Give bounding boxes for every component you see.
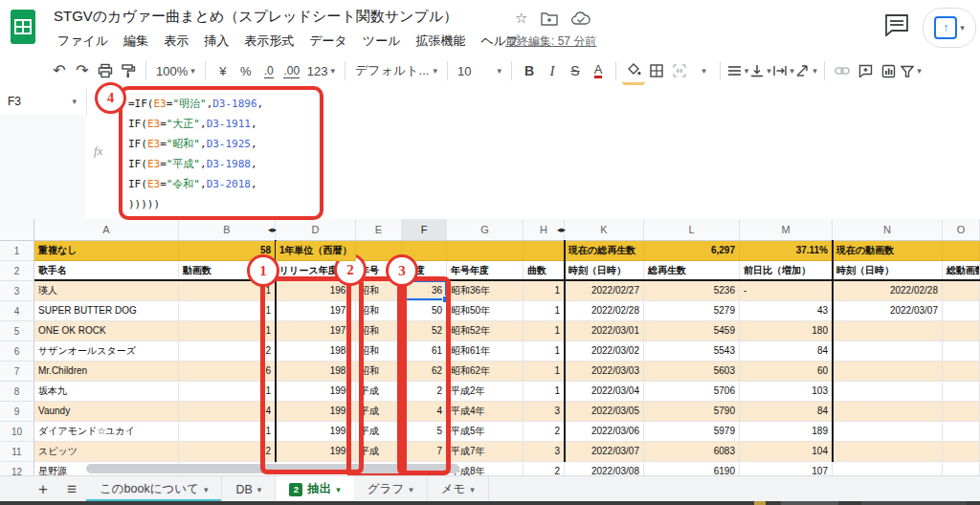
cell-G1[interactable] xyxy=(447,241,523,261)
row-header-11[interactable]: 11 xyxy=(0,442,34,462)
cell-E5[interactable]: 昭和 xyxy=(356,321,402,341)
cell-E1[interactable] xyxy=(356,241,402,261)
cell-L7[interactable]: 5603 xyxy=(644,362,740,382)
cell-F5[interactable]: 52 xyxy=(402,321,447,341)
cell-D3[interactable]: 1961 xyxy=(276,281,356,301)
row-header-3[interactable]: 3 xyxy=(0,281,34,301)
sheet-tab-DB[interactable]: DB▾ xyxy=(222,476,276,502)
cell-D7[interactable]: 1987 xyxy=(276,362,356,382)
horizontal-align-button[interactable]: ▾ xyxy=(726,58,749,83)
cell-A8[interactable]: 坂本九 xyxy=(34,382,179,402)
italic-button[interactable]: I xyxy=(541,58,564,83)
cell-L1[interactable]: 6,297 xyxy=(644,241,740,261)
cell-K9[interactable]: 2022/03/05 xyxy=(565,402,644,422)
row-header-10[interactable]: 10 xyxy=(0,422,34,442)
select-all-corner[interactable] xyxy=(0,219,34,240)
cell-D1[interactable]: 1年単位（西暦） xyxy=(276,241,356,261)
sheet-tab-caret-icon[interactable]: ▾ xyxy=(470,485,475,494)
more-formats-button[interactable]: 123▾ xyxy=(303,58,339,83)
cell-K6[interactable]: 2022/03/02 xyxy=(565,341,644,362)
sheet-tab-メモ[interactable]: メモ▾ xyxy=(428,476,489,502)
star-icon[interactable]: ☆ xyxy=(515,10,527,27)
cell-A5[interactable]: ONE OK ROCK xyxy=(34,321,179,341)
cell-N7[interactable] xyxy=(833,362,943,382)
cell-F4[interactable]: 50 xyxy=(402,301,447,321)
vertical-align-button[interactable]: ▾ xyxy=(749,58,772,83)
cell-B5[interactable]: 1 xyxy=(179,321,276,341)
cell-G8[interactable]: 平成2年 xyxy=(447,382,523,402)
cell-B2[interactable]: 動画数 xyxy=(179,261,276,281)
cell-H11[interactable]: 3 xyxy=(523,442,565,462)
cell-N3[interactable]: 2022/02/28 xyxy=(833,281,943,301)
cell-A7[interactable]: Mr.Children xyxy=(34,362,179,382)
cell-N5[interactable] xyxy=(833,321,943,341)
hidden-columns-indicator-ij[interactable]: ◂▸ xyxy=(557,219,566,240)
menu-item[interactable]: 編集 xyxy=(118,31,154,52)
cell-E7[interactable]: 昭和 xyxy=(356,362,402,382)
row-header-9[interactable]: 9 xyxy=(0,402,34,422)
cell-F9[interactable]: 4 xyxy=(402,402,447,422)
cell-G3[interactable]: 昭和36年 xyxy=(447,281,523,301)
row-header-1[interactable]: 1 xyxy=(0,241,34,261)
formula-input[interactable]: =IF(E3="明治",D3-1896,IF(E3="大正",D3-1911,I… xyxy=(128,94,263,214)
cell-M7[interactable]: 60 xyxy=(740,362,833,382)
cell-A1[interactable]: 重複なし xyxy=(34,241,179,261)
row-header-8[interactable]: 8 xyxy=(0,382,34,402)
cell-L3[interactable]: 5236 xyxy=(644,281,740,301)
menu-item[interactable]: 挿入 xyxy=(198,31,234,52)
name-box-caret-icon[interactable]: ▾ xyxy=(72,97,77,106)
cell-D2[interactable]: リリース年度 xyxy=(276,261,356,281)
cell-G4[interactable]: 昭和50年 xyxy=(447,301,523,321)
sheets-logo[interactable] xyxy=(10,9,36,45)
cell-M4[interactable]: 43 xyxy=(740,301,833,321)
cell-M8[interactable]: 103 xyxy=(740,382,833,402)
cell-G10[interactable]: 平成5年 xyxy=(447,422,523,442)
redo-button[interactable]: ↷ xyxy=(71,58,94,83)
font-select[interactable]: デフォルト...▾ xyxy=(351,58,441,83)
cell-L4[interactable]: 5279 xyxy=(644,301,740,321)
cell-B6[interactable]: 2 xyxy=(179,341,276,362)
sheet-tab-グラフ[interactable]: グラフ▾ xyxy=(354,476,428,502)
cell-H8[interactable]: 1 xyxy=(523,382,565,402)
horizontal-scrollbar[interactable] xyxy=(34,463,976,474)
create-filter-button[interactable]: ▾ xyxy=(900,58,923,83)
cell-F7[interactable]: 62 xyxy=(402,362,447,382)
column-header-f[interactable]: F xyxy=(402,219,447,240)
cell-B8[interactable]: 1 xyxy=(179,382,276,402)
cell-K3[interactable]: 2022/02/27 xyxy=(565,281,644,301)
format-percent-button[interactable]: % xyxy=(234,58,257,83)
cell-K1[interactable]: 現在の総再生数 xyxy=(565,241,644,261)
cell-E11[interactable]: 平成 xyxy=(356,442,402,462)
cell-G7[interactable]: 昭和62年 xyxy=(447,362,523,382)
hidden-columns-indicator-c[interactable]: ◂▸ xyxy=(268,219,277,240)
comment-history-button[interactable] xyxy=(884,13,911,38)
cell-O3[interactable] xyxy=(943,281,980,301)
column-header-e[interactable]: E xyxy=(356,219,402,240)
menu-item[interactable]: 拡張機能 xyxy=(410,31,471,52)
row-header-4[interactable]: 4 xyxy=(0,301,34,321)
share-button[interactable]: ↑ ▾ xyxy=(923,8,976,48)
cell-N9[interactable] xyxy=(833,402,943,422)
merge-cells-button[interactable] xyxy=(668,58,691,83)
cell-N6[interactable] xyxy=(833,341,943,362)
cell-A11[interactable]: スピッツ xyxy=(34,442,179,462)
cell-K2[interactable]: 時刻（日時） xyxy=(565,261,644,281)
all-sheets-button[interactable]: ≡ xyxy=(57,476,86,502)
cell-F11[interactable]: 7 xyxy=(402,442,447,462)
cell-M11[interactable]: 104 xyxy=(740,442,833,462)
cell-O9[interactable] xyxy=(943,402,980,422)
column-header-l[interactable]: L xyxy=(644,219,740,240)
cell-O10[interactable] xyxy=(943,422,980,442)
cell-O2[interactable]: 総動画数 xyxy=(943,261,980,281)
cell-H3[interactable]: 1 xyxy=(523,281,565,301)
cell-D4[interactable]: 1975 xyxy=(276,301,356,321)
bold-button[interactable]: B xyxy=(518,58,541,83)
cell-O11[interactable] xyxy=(943,442,980,462)
decrease-decimal-button[interactable]: .0 xyxy=(257,58,280,83)
cell-D9[interactable]: 1992 xyxy=(276,402,356,422)
document-title[interactable]: STGVのカヴァー曲まとめ（スプレッドシート関数サンプル） xyxy=(54,8,457,26)
cell-O1[interactable] xyxy=(943,241,980,261)
cell-E8[interactable]: 平成 xyxy=(356,382,402,402)
cell-M3[interactable]: - xyxy=(740,281,833,301)
text-color-button[interactable]: A xyxy=(587,58,610,83)
